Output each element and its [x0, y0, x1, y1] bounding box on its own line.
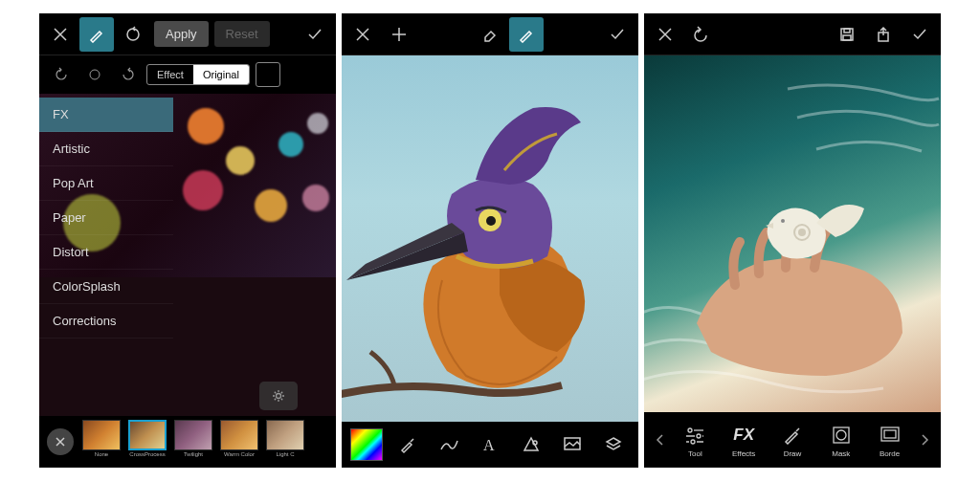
move-icon[interactable] [382, 17, 416, 52]
close-strip-icon[interactable] [47, 428, 74, 455]
shape-icon[interactable] [513, 426, 550, 464]
close-icon[interactable] [43, 17, 78, 52]
svg-point-2 [277, 394, 281, 399]
category-fx[interactable]: FX [39, 98, 173, 132]
toolbar-bottom: A [342, 422, 638, 468]
undo-icon[interactable] [49, 61, 76, 88]
category-corrections[interactable]: Corrections [39, 304, 173, 339]
eyedropper-icon[interactable] [389, 426, 426, 464]
category-paper[interactable]: Paper [39, 201, 173, 235]
text-icon[interactable]: A [471, 426, 508, 464]
color-picker-icon[interactable] [347, 426, 385, 464]
share-icon[interactable] [866, 17, 901, 52]
close-icon[interactable] [345, 17, 380, 52]
stroke-icon[interactable] [430, 426, 467, 464]
svg-text:A: A [483, 437, 495, 453]
svg-rect-9 [844, 29, 850, 33]
effect-original-toggle[interactable]: Effect Original [146, 64, 250, 85]
toolbar-top [342, 13, 638, 55]
confirm-icon[interactable] [298, 17, 332, 52]
filter-crossprocess[interactable]: CrossProcess [125, 420, 169, 464]
svg-point-14 [688, 428, 692, 432]
scroll-right-icon[interactable] [914, 433, 937, 447]
filter-none[interactable]: None [79, 420, 123, 464]
circle-icon[interactable] [81, 61, 108, 88]
draw-button[interactable]: Draw [768, 423, 817, 458]
border-button[interactable]: Borde [865, 423, 914, 458]
screen-draw: A [342, 13, 638, 468]
reset-button[interactable]: Reset [214, 21, 270, 47]
refresh-icon[interactable] [116, 17, 150, 52]
category-artistic[interactable]: Artistic [39, 132, 173, 166]
category-distort[interactable]: Distort [39, 235, 173, 270]
tool-button[interactable]: Tool [671, 423, 720, 458]
scroll-left-icon[interactable] [648, 433, 671, 447]
close-icon[interactable] [648, 17, 682, 52]
toolbar-top [644, 13, 941, 55]
brush-icon[interactable] [509, 17, 544, 52]
layers-icon[interactable] [595, 426, 633, 464]
filter-strip: None CrossProcess Twilight Warm Color Li… [39, 416, 336, 468]
svg-point-18 [836, 430, 846, 440]
svg-point-6 [533, 441, 537, 445]
effect-tab[interactable]: Effect [147, 65, 193, 84]
photo-content [644, 55, 941, 412]
confirm-icon[interactable] [902, 17, 937, 52]
mask-button[interactable]: Mask [816, 423, 865, 458]
redo-icon[interactable] [114, 61, 141, 88]
bird-drawing [342, 55, 638, 422]
original-tab[interactable]: Original [193, 65, 249, 84]
svg-point-16 [691, 440, 695, 444]
toolbar-top: Apply Reset [39, 13, 336, 55]
svg-point-0 [127, 29, 139, 40]
effects-button[interactable]: FX Effects [720, 423, 768, 458]
screen-editor: Tool FX Effects Draw Mask Borde [644, 13, 941, 468]
toolbar-bottom: Tool FX Effects Draw Mask Borde [644, 412, 941, 468]
eraser-icon[interactable] [473, 17, 507, 52]
image-canvas[interactable]: FX Artistic Pop Art Paper Distort ColorS… [39, 94, 336, 416]
gear-icon[interactable] [259, 382, 298, 410]
svg-point-4 [486, 216, 496, 226]
svg-rect-20 [884, 430, 896, 438]
square-button[interactable] [256, 62, 280, 87]
apply-button[interactable]: Apply [154, 21, 209, 47]
screen-effects: Apply Reset Effect Original FX Artistic … [39, 13, 336, 468]
svg-rect-7 [565, 438, 580, 449]
brush-icon[interactable] [79, 17, 114, 52]
category-colorsplash[interactable]: ColorSplash [39, 270, 173, 304]
image-icon[interactable] [554, 426, 591, 464]
filter-warmcolor[interactable]: Warm Color [217, 420, 261, 464]
save-icon[interactable] [830, 17, 864, 52]
filter-twilight[interactable]: Twilight [171, 420, 215, 464]
svg-point-15 [697, 434, 701, 438]
confirm-icon[interactable] [600, 17, 635, 52]
undo-icon[interactable] [684, 17, 719, 52]
svg-point-13 [781, 219, 785, 223]
effect-category-list: FX Artistic Pop Art Paper Distort ColorS… [39, 98, 173, 339]
drawing-canvas[interactable] [342, 55, 638, 422]
image-canvas[interactable] [644, 55, 941, 412]
svg-point-1 [90, 70, 100, 79]
toolbar-sub: Effect Original [39, 55, 336, 94]
filter-lightc[interactable]: Light C [263, 420, 307, 464]
svg-rect-10 [843, 35, 851, 40]
category-popart[interactable]: Pop Art [39, 166, 173, 201]
